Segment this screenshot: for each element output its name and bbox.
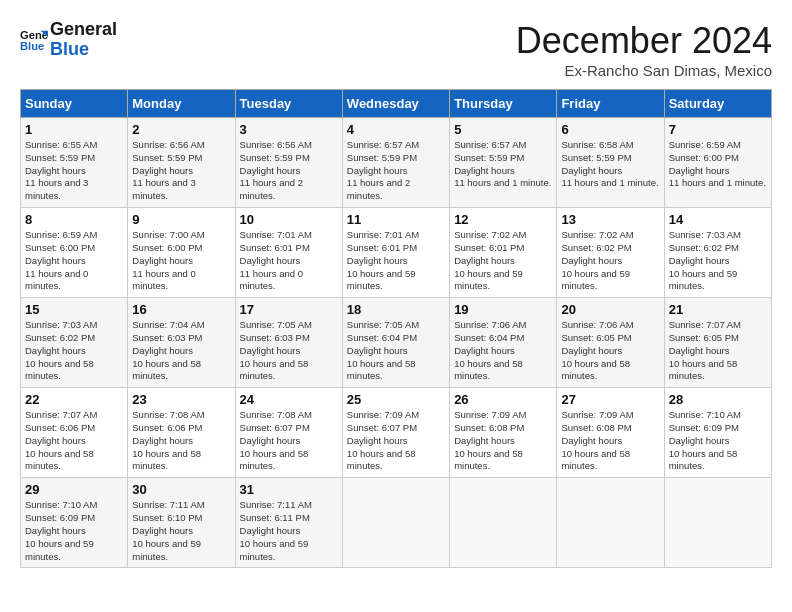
header: General Blue General Blue December 2024 … [20, 20, 772, 79]
header-row: SundayMondayTuesdayWednesdayThursdayFrid… [21, 90, 772, 118]
day-number: 5 [454, 122, 552, 137]
calendar-cell: 26 Sunrise: 7:09 AM Sunset: 6:08 PM Dayl… [450, 388, 557, 478]
header-day-monday: Monday [128, 90, 235, 118]
day-number: 23 [132, 392, 230, 407]
cell-info: Sunrise: 6:56 AM Sunset: 5:59 PM Dayligh… [132, 139, 230, 203]
calendar-cell [664, 478, 771, 568]
calendar-cell: 6 Sunrise: 6:58 AM Sunset: 5:59 PM Dayli… [557, 118, 664, 208]
cell-info: Sunrise: 7:02 AM Sunset: 6:01 PM Dayligh… [454, 229, 552, 293]
calendar-cell [557, 478, 664, 568]
calendar-cell: 16 Sunrise: 7:04 AM Sunset: 6:03 PM Dayl… [128, 298, 235, 388]
week-row-3: 15 Sunrise: 7:03 AM Sunset: 6:02 PM Dayl… [21, 298, 772, 388]
calendar-cell: 24 Sunrise: 7:08 AM Sunset: 6:07 PM Dayl… [235, 388, 342, 478]
cell-info: Sunrise: 7:11 AM Sunset: 6:10 PM Dayligh… [132, 499, 230, 563]
calendar-cell [450, 478, 557, 568]
calendar-cell: 19 Sunrise: 7:06 AM Sunset: 6:04 PM Dayl… [450, 298, 557, 388]
calendar-cell: 5 Sunrise: 6:57 AM Sunset: 5:59 PM Dayli… [450, 118, 557, 208]
day-number: 14 [669, 212, 767, 227]
calendar-cell: 21 Sunrise: 7:07 AM Sunset: 6:05 PM Dayl… [664, 298, 771, 388]
calendar-cell: 25 Sunrise: 7:09 AM Sunset: 6:07 PM Dayl… [342, 388, 449, 478]
day-number: 21 [669, 302, 767, 317]
calendar-cell: 17 Sunrise: 7:05 AM Sunset: 6:03 PM Dayl… [235, 298, 342, 388]
cell-info: Sunrise: 7:04 AM Sunset: 6:03 PM Dayligh… [132, 319, 230, 383]
calendar-cell: 23 Sunrise: 7:08 AM Sunset: 6:06 PM Dayl… [128, 388, 235, 478]
cell-info: Sunrise: 7:01 AM Sunset: 6:01 PM Dayligh… [347, 229, 445, 293]
day-number: 12 [454, 212, 552, 227]
header-day-sunday: Sunday [21, 90, 128, 118]
cell-info: Sunrise: 6:57 AM Sunset: 5:59 PM Dayligh… [454, 139, 552, 190]
cell-info: Sunrise: 6:59 AM Sunset: 6:00 PM Dayligh… [669, 139, 767, 190]
cell-info: Sunrise: 7:03 AM Sunset: 6:02 PM Dayligh… [25, 319, 123, 383]
cell-info: Sunrise: 7:01 AM Sunset: 6:01 PM Dayligh… [240, 229, 338, 293]
day-number: 22 [25, 392, 123, 407]
cell-info: Sunrise: 7:00 AM Sunset: 6:00 PM Dayligh… [132, 229, 230, 293]
day-number: 26 [454, 392, 552, 407]
day-number: 18 [347, 302, 445, 317]
day-number: 27 [561, 392, 659, 407]
day-number: 19 [454, 302, 552, 317]
calendar-cell: 4 Sunrise: 6:57 AM Sunset: 5:59 PM Dayli… [342, 118, 449, 208]
day-number: 24 [240, 392, 338, 407]
header-day-friday: Friday [557, 90, 664, 118]
day-number: 13 [561, 212, 659, 227]
cell-info: Sunrise: 7:07 AM Sunset: 6:06 PM Dayligh… [25, 409, 123, 473]
header-day-tuesday: Tuesday [235, 90, 342, 118]
calendar-table: SundayMondayTuesdayWednesdayThursdayFrid… [20, 89, 772, 568]
calendar-cell: 7 Sunrise: 6:59 AM Sunset: 6:00 PM Dayli… [664, 118, 771, 208]
day-number: 25 [347, 392, 445, 407]
day-number: 9 [132, 212, 230, 227]
day-number: 10 [240, 212, 338, 227]
week-row-4: 22 Sunrise: 7:07 AM Sunset: 6:06 PM Dayl… [21, 388, 772, 478]
cell-info: Sunrise: 6:55 AM Sunset: 5:59 PM Dayligh… [25, 139, 123, 203]
day-number: 6 [561, 122, 659, 137]
calendar-cell: 13 Sunrise: 7:02 AM Sunset: 6:02 PM Dayl… [557, 208, 664, 298]
day-number: 16 [132, 302, 230, 317]
calendar-cell: 14 Sunrise: 7:03 AM Sunset: 6:02 PM Dayl… [664, 208, 771, 298]
cell-info: Sunrise: 7:02 AM Sunset: 6:02 PM Dayligh… [561, 229, 659, 293]
calendar-cell: 3 Sunrise: 6:56 AM Sunset: 5:59 PM Dayli… [235, 118, 342, 208]
cell-info: Sunrise: 7:10 AM Sunset: 6:09 PM Dayligh… [25, 499, 123, 563]
calendar-cell: 11 Sunrise: 7:01 AM Sunset: 6:01 PM Dayl… [342, 208, 449, 298]
location-title: Ex-Rancho San Dimas, Mexico [516, 62, 772, 79]
cell-info: Sunrise: 7:06 AM Sunset: 6:04 PM Dayligh… [454, 319, 552, 383]
day-number: 2 [132, 122, 230, 137]
month-title: December 2024 [516, 20, 772, 62]
week-row-1: 1 Sunrise: 6:55 AM Sunset: 5:59 PM Dayli… [21, 118, 772, 208]
cell-info: Sunrise: 6:59 AM Sunset: 6:00 PM Dayligh… [25, 229, 123, 293]
header-day-saturday: Saturday [664, 90, 771, 118]
calendar-cell: 20 Sunrise: 7:06 AM Sunset: 6:05 PM Dayl… [557, 298, 664, 388]
calendar-cell: 18 Sunrise: 7:05 AM Sunset: 6:04 PM Dayl… [342, 298, 449, 388]
day-number: 28 [669, 392, 767, 407]
calendar-cell: 31 Sunrise: 7:11 AM Sunset: 6:11 PM Dayl… [235, 478, 342, 568]
cell-info: Sunrise: 7:05 AM Sunset: 6:03 PM Dayligh… [240, 319, 338, 383]
day-number: 7 [669, 122, 767, 137]
day-number: 20 [561, 302, 659, 317]
calendar-cell: 12 Sunrise: 7:02 AM Sunset: 6:01 PM Dayl… [450, 208, 557, 298]
calendar-cell: 27 Sunrise: 7:09 AM Sunset: 6:08 PM Dayl… [557, 388, 664, 478]
week-row-2: 8 Sunrise: 6:59 AM Sunset: 6:00 PM Dayli… [21, 208, 772, 298]
calendar-cell: 8 Sunrise: 6:59 AM Sunset: 6:00 PM Dayli… [21, 208, 128, 298]
calendar-cell: 29 Sunrise: 7:10 AM Sunset: 6:09 PM Dayl… [21, 478, 128, 568]
cell-info: Sunrise: 7:10 AM Sunset: 6:09 PM Dayligh… [669, 409, 767, 473]
calendar-cell: 9 Sunrise: 7:00 AM Sunset: 6:00 PM Dayli… [128, 208, 235, 298]
cell-info: Sunrise: 7:03 AM Sunset: 6:02 PM Dayligh… [669, 229, 767, 293]
cell-info: Sunrise: 7:09 AM Sunset: 6:08 PM Dayligh… [561, 409, 659, 473]
calendar-cell: 1 Sunrise: 6:55 AM Sunset: 5:59 PM Dayli… [21, 118, 128, 208]
day-number: 11 [347, 212, 445, 227]
day-number: 1 [25, 122, 123, 137]
cell-info: Sunrise: 7:09 AM Sunset: 6:08 PM Dayligh… [454, 409, 552, 473]
cell-info: Sunrise: 7:07 AM Sunset: 6:05 PM Dayligh… [669, 319, 767, 383]
header-day-thursday: Thursday [450, 90, 557, 118]
day-number: 17 [240, 302, 338, 317]
calendar-cell: 2 Sunrise: 6:56 AM Sunset: 5:59 PM Dayli… [128, 118, 235, 208]
header-day-wednesday: Wednesday [342, 90, 449, 118]
day-number: 29 [25, 482, 123, 497]
svg-text:Blue: Blue [20, 40, 44, 52]
day-number: 15 [25, 302, 123, 317]
calendar-cell: 22 Sunrise: 7:07 AM Sunset: 6:06 PM Dayl… [21, 388, 128, 478]
cell-info: Sunrise: 7:06 AM Sunset: 6:05 PM Dayligh… [561, 319, 659, 383]
logo-icon: General Blue [20, 26, 48, 54]
cell-info: Sunrise: 6:58 AM Sunset: 5:59 PM Dayligh… [561, 139, 659, 190]
cell-info: Sunrise: 7:05 AM Sunset: 6:04 PM Dayligh… [347, 319, 445, 383]
cell-info: Sunrise: 7:11 AM Sunset: 6:11 PM Dayligh… [240, 499, 338, 563]
